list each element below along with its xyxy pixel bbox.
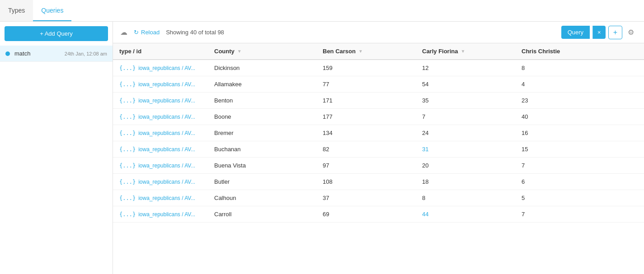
table-row: {...}iowa_republicans / AV...Boone177740 [113, 109, 644, 125]
col-header-ben-carson: Ben Carson ▼ [316, 43, 416, 60]
cell-carly-fiorina: 12 [416, 60, 515, 76]
cell-ben-carson: 177 [316, 109, 416, 125]
status-dot [5, 51, 10, 56]
cell-ben-carson: 108 [316, 174, 416, 190]
table-row: {...}iowa_republicans / AV...Allamakee77… [113, 76, 644, 93]
sort-icon-county[interactable]: ▼ [237, 49, 242, 54]
sidebar-item-timestamp: 24th Jan, 12:08 am [65, 51, 107, 56]
cell-chris-christie: 23 [515, 93, 644, 109]
type-id-value: iowa_republicans / AV... [138, 130, 195, 136]
type-icon: {...} [119, 114, 136, 120]
cell-chris-christie: 40 [515, 109, 644, 125]
tab-queries[interactable]: Queries [33, 0, 71, 21]
cell-type-id: {...}iowa_republicans / AV... [113, 76, 208, 93]
cell-ben-carson: 37 [316, 190, 416, 206]
sort-icon-carly-fiorina[interactable]: ▼ [461, 49, 465, 54]
reload-button[interactable]: ↻ Reload [131, 27, 162, 37]
type-id-value: iowa_republicans / AV... [138, 114, 195, 120]
type-id-value: iowa_republicans / AV... [138, 81, 195, 88]
cell-carly-fiorina: 20 [416, 158, 515, 174]
cell-carly-fiorina: 18 [416, 174, 515, 190]
cell-county: Boone [208, 109, 316, 125]
col-header-carly-fiorina-label: Carly Fiorina [422, 48, 458, 55]
type-icon: {...} [119, 179, 136, 185]
top-nav: Types Queries [0, 0, 644, 22]
query-close-button[interactable]: × [592, 26, 606, 39]
type-id-value: iowa_republicans / AV... [138, 65, 195, 71]
table-row: {...}iowa_republicans / AV...Buchanan823… [113, 141, 644, 158]
sort-icon-ben-carson[interactable]: ▼ [358, 49, 363, 54]
showing-count: Showing 40 of total 98 [166, 29, 224, 36]
cell-county: Buena Vista [208, 158, 316, 174]
cell-type-id: {...}iowa_republicans / AV... [113, 125, 208, 141]
cell-chris-christie: 8 [515, 60, 644, 76]
content-area: ☁ ↻ Reload Showing 40 of total 98 Query … [113, 22, 644, 274]
table-row: {...}iowa_republicans / AV...Calhoun3785 [113, 190, 644, 206]
cell-carly-fiorina: 24 [416, 125, 515, 141]
reload-label: Reload [141, 29, 160, 36]
table-row: {...}iowa_republicans / AV...Buena Vista… [113, 158, 644, 174]
cell-type-id: {...}iowa_republicans / AV... [113, 60, 208, 76]
table-row: {...}iowa_republicans / AV...Butler10818… [113, 174, 644, 190]
tab-types[interactable]: Types [0, 0, 33, 21]
cell-chris-christie: 16 [515, 125, 644, 141]
type-id-value: iowa_republicans / AV... [138, 195, 195, 201]
add-button[interactable]: + [608, 26, 622, 39]
type-icon: {...} [119, 211, 136, 218]
cell-ben-carson: 97 [316, 158, 416, 174]
type-id-value: iowa_republicans / AV... [138, 163, 195, 169]
cell-chris-christie: 7 [515, 206, 644, 223]
col-header-county: County ▼ [208, 43, 316, 60]
cloud-icon: ☁ [120, 28, 127, 37]
cell-ben-carson: 77 [316, 76, 416, 93]
toolbar: ☁ ↻ Reload Showing 40 of total 98 Query … [113, 22, 644, 43]
cell-type-id: {...}iowa_republicans / AV... [113, 158, 208, 174]
cell-ben-carson: 159 [316, 60, 416, 76]
type-id-value: iowa_republicans / AV... [138, 146, 195, 153]
cell-type-id: {...}iowa_republicans / AV... [113, 190, 208, 206]
table-row: {...}iowa_republicans / AV...Carroll6944… [113, 206, 644, 223]
col-header-county-label: County [214, 48, 235, 55]
type-icon: {...} [119, 163, 136, 169]
cell-carly-fiorina: 54 [416, 76, 515, 93]
add-query-button[interactable]: + Add Query [5, 26, 108, 41]
cell-type-id: {...}iowa_republicans / AV... [113, 93, 208, 109]
sidebar-item-match[interactable]: match 24th Jan, 12:08 am [0, 46, 113, 62]
cell-carly-fiorina: 35 [416, 93, 515, 109]
cell-carly-fiorina: 44 [416, 206, 515, 223]
cell-county: Dickinson [208, 60, 316, 76]
table-container: type / id County ▼ Ben Carson [113, 43, 644, 274]
cell-chris-christie: 4 [515, 76, 644, 93]
sidebar-item-label: match [14, 50, 65, 57]
cell-carly-fiorina: 8 [416, 190, 515, 206]
cell-county: Allamakee [208, 76, 316, 93]
type-id-value: iowa_republicans / AV... [138, 211, 195, 218]
table-header: type / id County ▼ Ben Carson [113, 43, 644, 60]
cell-type-id: {...}iowa_republicans / AV... [113, 109, 208, 125]
cell-type-id: {...}iowa_republicans / AV... [113, 141, 208, 158]
query-button[interactable]: Query [561, 26, 590, 39]
table-row: {...}iowa_republicans / AV...Dickinson15… [113, 60, 644, 76]
cell-county: Bremer [208, 125, 316, 141]
data-table: type / id County ▼ Ben Carson [113, 43, 644, 223]
cell-chris-christie: 5 [515, 190, 644, 206]
cell-carly-fiorina: 7 [416, 109, 515, 125]
type-id-value: iowa_republicans / AV... [138, 98, 195, 104]
col-header-ben-carson-label: Ben Carson [323, 48, 356, 55]
cell-type-id: {...}iowa_republicans / AV... [113, 206, 208, 223]
table-row: {...}iowa_republicans / AV...Bremer13424… [113, 125, 644, 141]
table-row: {...}iowa_republicans / AV...Benton17135… [113, 93, 644, 109]
type-id-value: iowa_republicans / AV... [138, 179, 195, 185]
type-icon: {...} [119, 65, 136, 71]
cell-ben-carson: 171 [316, 93, 416, 109]
settings-button[interactable]: ⚙ [625, 26, 637, 38]
cell-county: Carroll [208, 206, 316, 223]
toolbar-right: Query × + ⚙ [561, 26, 637, 39]
cell-county: Butler [208, 174, 316, 190]
col-header-carly-fiorina: Carly Fiorina ▼ [416, 43, 515, 60]
col-header-type-id: type / id [113, 43, 208, 60]
cell-chris-christie: 6 [515, 174, 644, 190]
type-icon: {...} [119, 146, 136, 153]
sidebar: + Add Query match 24th Jan, 12:08 am [0, 22, 113, 274]
type-icon: {...} [119, 98, 136, 104]
